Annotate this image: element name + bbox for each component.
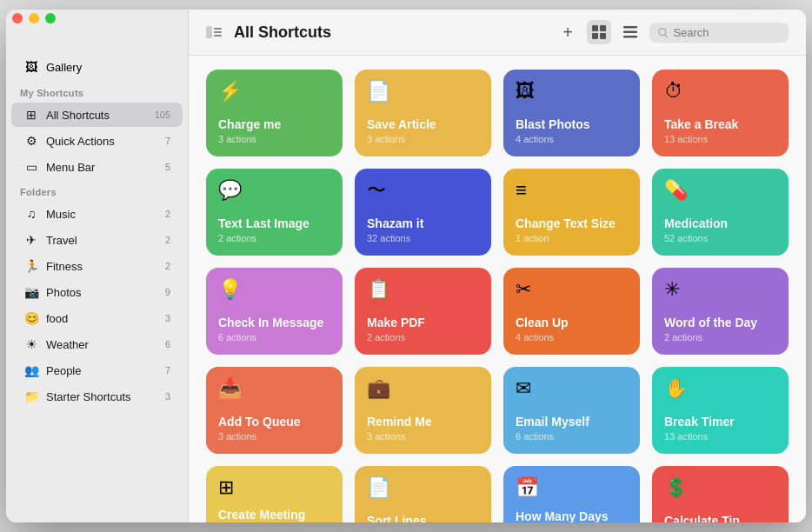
email-myself-subtitle: 6 actions — [516, 431, 628, 442]
starter-badge: 3 — [165, 391, 170, 402]
shortcut-card-text-last-image[interactable]: 💬Text Last Image2 actions — [206, 169, 343, 256]
sidebar-photos-label: Photos — [46, 286, 162, 299]
shortcut-card-remind-me[interactable]: 💼Remind Me3 actions — [355, 367, 491, 454]
shortcut-card-calculate-tip[interactable]: 💲Calculate Tip16 actions — [652, 466, 789, 522]
clean-up-subtitle: 4 actions — [516, 332, 628, 342]
travel-badge: 2 — [165, 235, 170, 245]
photos-icon: 📷 — [23, 284, 39, 300]
close-button[interactable] — [12, 13, 23, 23]
create-meeting-note-icon: ⊞ — [218, 478, 330, 497]
photos-badge: 9 — [165, 287, 170, 297]
sidebar-item-starter[interactable]: 📁 Starter Shortcuts 3 — [11, 384, 183, 409]
shortcut-card-create-meeting-note[interactable]: ⊞Create Meeting Note12 actions — [206, 466, 343, 522]
take-a-break-title: Take a Break — [664, 117, 776, 132]
sidebar-item-gallery[interactable]: 🖼 Gallery — [11, 54, 183, 80]
quick-actions-icon: ⚙ — [23, 133, 39, 149]
charge-me-icon: ⚡ — [218, 82, 330, 101]
take-a-break-icon: ⏱ — [664, 82, 776, 101]
shortcut-card-change-text-size[interactable]: ≡Change Text Size1 action — [503, 169, 640, 256]
make-pdf-title: Make PDF — [367, 316, 479, 330]
sidebar-item-music[interactable]: ♫ Music 2 — [11, 202, 183, 226]
svg-rect-2 — [214, 31, 222, 33]
change-text-size-subtitle: 1 action — [516, 233, 628, 243]
remind-me-subtitle: 3 actions — [367, 431, 479, 442]
change-text-size-title: Change Text Size — [516, 216, 628, 231]
shortcut-card-email-myself[interactable]: ✉Email Myself6 actions — [503, 367, 640, 454]
clean-up-title: Clean Up — [516, 316, 628, 330]
sidebar-toggle-icon[interactable] — [206, 26, 222, 38]
blast-photos-icon: 🖼 — [516, 82, 628, 101]
shortcut-card-clean-up[interactable]: ✂Clean Up4 actions — [503, 268, 640, 355]
shazam-it-subtitle: 32 actions — [367, 233, 479, 243]
break-timer-title: Break Timer — [664, 415, 776, 429]
shortcut-card-word-of-the-day[interactable]: ✳Word of the Day2 actions — [652, 268, 789, 355]
make-pdf-icon: 📋 — [367, 280, 479, 299]
sidebar-food-label: food — [46, 312, 162, 325]
sidebar-item-photos[interactable]: 📷 Photos 9 — [11, 280, 183, 304]
shortcut-card-take-a-break[interactable]: ⏱Take a Break13 actions — [652, 70, 789, 156]
break-timer-icon: ✋ — [664, 379, 776, 398]
search-bar[interactable] — [649, 23, 789, 43]
shazam-it-icon: 〜 — [367, 181, 479, 200]
travel-icon: ✈ — [23, 232, 39, 248]
shortcut-card-charge-me[interactable]: ⚡Charge me3 actions — [206, 70, 343, 156]
text-last-image-icon: 💬 — [218, 181, 330, 200]
sort-lines-icon: 📄 — [367, 478, 479, 497]
shortcut-card-sort-lines[interactable]: 📄Sort Lines4 actions — [355, 466, 491, 522]
how-many-days-until-title: How Many Days Until — [516, 509, 628, 522]
svg-line-12 — [665, 34, 668, 37]
svg-rect-8 — [623, 26, 637, 29]
all-shortcuts-badge: 105 — [155, 110, 170, 120]
quick-actions-badge: 7 — [165, 136, 170, 146]
minimize-button[interactable] — [29, 13, 39, 23]
sidebar-item-quick-actions[interactable]: ⚙ Quick Actions 7 — [11, 129, 183, 153]
shortcut-card-blast-photos[interactable]: 🖼Blast Photos4 actions — [503, 70, 640, 156]
sidebar: 🖼 Gallery My Shortcuts ⊞ All Shortcuts 1… — [6, 10, 189, 522]
sidebar-item-weather[interactable]: ☀ Weather 6 — [11, 332, 183, 356]
sidebar-fitness-label: Fitness — [46, 260, 162, 273]
clean-up-icon: ✂ — [516, 280, 628, 299]
add-button[interactable]: + — [556, 20, 580, 44]
remind-me-icon: 💼 — [367, 379, 479, 398]
svg-rect-3 — [214, 35, 222, 37]
remind-me-title: Remind Me — [367, 415, 479, 429]
take-a-break-subtitle: 13 actions — [664, 134, 776, 144]
folders-section: Folders — [6, 180, 188, 201]
fitness-badge: 2 — [165, 261, 170, 271]
sidebar-people-label: People — [46, 364, 162, 377]
shortcut-card-make-pdf[interactable]: 📋Make PDF2 actions — [355, 268, 491, 355]
list-view-button[interactable] — [618, 20, 642, 44]
sidebar-starter-label: Starter Shortcuts — [46, 390, 162, 403]
sidebar-gallery-label: Gallery — [46, 61, 170, 74]
medication-icon: 💊 — [664, 181, 776, 200]
add-to-queue-subtitle: 3 actions — [218, 431, 330, 442]
svg-rect-9 — [623, 31, 637, 34]
shortcut-card-save-article[interactable]: 📄Save Article3 actions — [355, 70, 491, 156]
sidebar-item-people[interactable]: 👥 People 7 — [11, 358, 183, 382]
shortcut-card-break-timer[interactable]: ✋Break Timer13 actions — [652, 367, 789, 454]
search-icon — [658, 27, 668, 38]
shortcut-card-shazam-it[interactable]: 〜Shazam it32 actions — [355, 169, 491, 256]
sidebar-item-food[interactable]: 😊 food 3 — [11, 306, 183, 330]
word-of-the-day-icon: ✳ — [664, 280, 776, 299]
sidebar-item-travel[interactable]: ✈ Travel 2 — [11, 228, 183, 252]
shortcut-card-add-to-queue[interactable]: 📥Add To Queue3 actions — [206, 367, 343, 454]
sidebar-item-all-shortcuts[interactable]: ⊞ All Shortcuts 105 — [11, 103, 183, 127]
search-input[interactable] — [673, 26, 780, 39]
check-in-message-subtitle: 6 actions — [218, 332, 330, 342]
maximize-button[interactable] — [45, 13, 56, 23]
toolbar-actions: + — [556, 20, 789, 44]
sort-lines-title: Sort Lines — [367, 514, 479, 522]
sidebar-item-fitness[interactable]: 🏃 Fitness 2 — [11, 254, 183, 278]
sidebar-weather-label: Weather — [46, 338, 162, 351]
shortcut-card-medication[interactable]: 💊Medication52 actions — [652, 169, 789, 256]
fitness-icon: 🏃 — [23, 258, 39, 274]
grid-view-button[interactable] — [587, 20, 611, 44]
sidebar-all-shortcuts-label: All Shortcuts — [46, 109, 151, 122]
my-shortcuts-section: My Shortcuts — [6, 81, 188, 102]
toolbar: All Shortcuts + — [189, 10, 806, 56]
shortcut-card-check-in-message[interactable]: 💡Check In Message6 actions — [206, 268, 343, 355]
main-window: 🖼 Gallery My Shortcuts ⊞ All Shortcuts 1… — [6, 10, 806, 522]
sidebar-item-menu-bar[interactable]: ▭ Menu Bar 5 — [11, 155, 183, 179]
shortcut-card-how-many-days-until[interactable]: 📅How Many Days Until — [503, 466, 640, 522]
